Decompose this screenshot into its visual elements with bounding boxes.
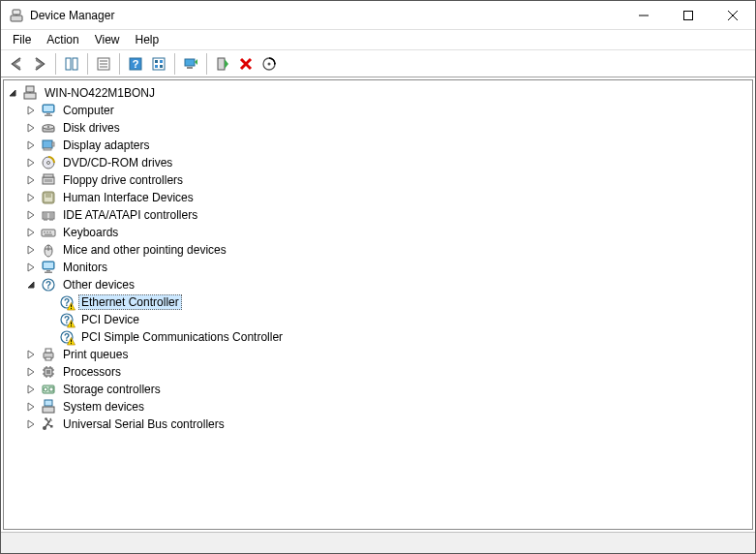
menubar: FileActionViewHelp: [1, 30, 755, 50]
toolbar-show-hide-tree[interactable]: [60, 53, 83, 75]
tree-node-label[interactable]: WIN-NO422M1BONJ: [42, 85, 158, 101]
tree-node[interactable]: Storage controllers: [24, 381, 750, 398]
toolbar-options[interactable]: [147, 53, 170, 75]
toolbar-enable[interactable]: [211, 53, 234, 75]
toolbar-properties[interactable]: [92, 53, 115, 75]
expander-expand[interactable]: [24, 208, 39, 223]
menu-help[interactable]: Help: [128, 30, 167, 49]
tree-node-label[interactable]: System devices: [60, 399, 147, 415]
unknown-warn-icon: [59, 312, 75, 327]
expander-expand[interactable]: [24, 104, 39, 118]
tree-node[interactable]: Human Interface Devices: [24, 189, 750, 206]
monitor-icon: [41, 260, 56, 275]
expander-expand[interactable]: [24, 383, 39, 397]
tree-node-label[interactable]: Monitors: [60, 260, 110, 275]
tree-node[interactable]: Disk drives: [24, 119, 750, 137]
toolbar-back[interactable]: [5, 53, 28, 75]
expander-collapse[interactable]: [24, 278, 39, 292]
mouse-icon: [41, 242, 56, 258]
tree-node-label[interactable]: Display adapters: [60, 138, 152, 153]
toolbar-help[interactable]: [124, 53, 147, 75]
app-icon: [9, 8, 24, 23]
tree-node-label[interactable]: IDE ATA/ATAPI controllers: [60, 207, 200, 223]
tree-node-label[interactable]: Print queues: [60, 347, 131, 362]
expander-expand[interactable]: [24, 261, 39, 275]
computer-root-icon: [22, 85, 38, 101]
usb-icon: [41, 416, 56, 432]
expander-expand[interactable]: [24, 348, 39, 362]
tree-node-label[interactable]: DVD/CD-ROM drives: [60, 155, 175, 170]
tree-node[interactable]: Floppy drive controllers: [24, 171, 750, 189]
expander-expand[interactable]: [24, 417, 39, 432]
toolbar-separator: [206, 53, 207, 75]
unknown-warn-icon: [59, 294, 75, 310]
tree-node-label[interactable]: PCI Simple Communications Controller: [78, 329, 286, 345]
tree-node[interactable]: System devices: [24, 398, 750, 416]
tree-node[interactable]: Ethernet Controller: [43, 293, 750, 311]
tree-node[interactable]: Keyboards: [24, 224, 750, 241]
toolbar-separator: [174, 53, 175, 75]
titlebar: Device Manager: [1, 1, 755, 30]
tree-node[interactable]: Universal Serial Bus controllers: [24, 416, 750, 433]
close-button[interactable]: [711, 1, 755, 30]
processor-icon: [41, 364, 56, 380]
expander-expand[interactable]: [24, 156, 39, 170]
tree-node[interactable]: Processors: [24, 363, 750, 381]
tree-node[interactable]: IDE ATA/ATAPI controllers: [24, 206, 750, 224]
menu-file[interactable]: File: [5, 30, 39, 49]
toolbar-separator: [87, 53, 88, 75]
tree-node-label[interactable]: Human Interface Devices: [60, 190, 197, 205]
svg-rect-1: [13, 10, 20, 15]
expander-expand[interactable]: [24, 138, 39, 153]
expander-expand[interactable]: [24, 191, 39, 205]
tree-node-label[interactable]: Computer: [60, 103, 117, 118]
tree-node[interactable]: Computer: [24, 102, 750, 119]
tree-node[interactable]: WIN-NO422M1BONJ: [6, 84, 750, 102]
help-icon: [128, 56, 143, 72]
optical-icon: [41, 155, 56, 170]
options-icon: [151, 56, 166, 72]
tree-node-label[interactable]: Processors: [60, 364, 124, 380]
tree-node[interactable]: Display adapters: [24, 137, 750, 154]
toolbar-scan-hardware[interactable]: [257, 53, 281, 75]
tree-node[interactable]: Monitors: [24, 259, 750, 276]
tree-node-label[interactable]: PCI Device: [78, 312, 142, 327]
toolbar-forward[interactable]: [28, 53, 51, 75]
tree-node[interactable]: DVD/CD-ROM drives: [24, 154, 750, 171]
tree-node[interactable]: Print queues: [24, 346, 750, 363]
tree-node-label[interactable]: Storage controllers: [60, 382, 164, 397]
tree-node-label[interactable]: Universal Serial Bus controllers: [60, 416, 227, 432]
tree-node-label[interactable]: Mice and other pointing devices: [60, 242, 229, 258]
expander-expand[interactable]: [24, 400, 39, 415]
unknown-icon: [41, 277, 56, 292]
tree-node[interactable]: PCI Device: [43, 311, 750, 328]
expander-collapse[interactable]: [6, 86, 20, 101]
tree-node-label[interactable]: Other devices: [60, 277, 137, 292]
vsplit-icon: [64, 56, 79, 72]
tree-node[interactable]: PCI Simple Communications Controller: [43, 328, 750, 346]
tree-node[interactable]: Other devices: [24, 276, 750, 293]
unknown-warn-icon: [59, 329, 75, 345]
floppy-ctrl-icon: [41, 172, 56, 188]
system-icon: [41, 399, 56, 415]
device-tree[interactable]: WIN-NO422M1BONJComputerDisk drivesDispla…: [3, 79, 753, 530]
toolbar-uninstall[interactable]: [234, 53, 257, 75]
tree-node-label[interactable]: Ethernet Controller: [78, 294, 182, 310]
maximize-button[interactable]: [666, 1, 711, 30]
expander-expand[interactable]: [24, 365, 39, 380]
expander-expand[interactable]: [24, 226, 39, 240]
expander-expand[interactable]: [24, 121, 39, 136]
menu-view[interactable]: View: [87, 30, 128, 49]
expander-expand[interactable]: [24, 173, 39, 188]
statusbar: [1, 532, 755, 553]
tree-node-label[interactable]: Keyboards: [60, 225, 121, 240]
scan-hardware-icon: [261, 56, 277, 72]
tree-node[interactable]: Mice and other pointing devices: [24, 241, 750, 259]
tree-node-label[interactable]: Floppy drive controllers: [60, 172, 186, 188]
update-driver-icon: [183, 56, 198, 72]
expander-expand[interactable]: [24, 243, 39, 258]
menu-action[interactable]: Action: [39, 30, 86, 49]
minimize-button[interactable]: [621, 1, 666, 30]
tree-node-label[interactable]: Disk drives: [60, 120, 123, 136]
toolbar-update-driver[interactable]: [179, 53, 202, 75]
